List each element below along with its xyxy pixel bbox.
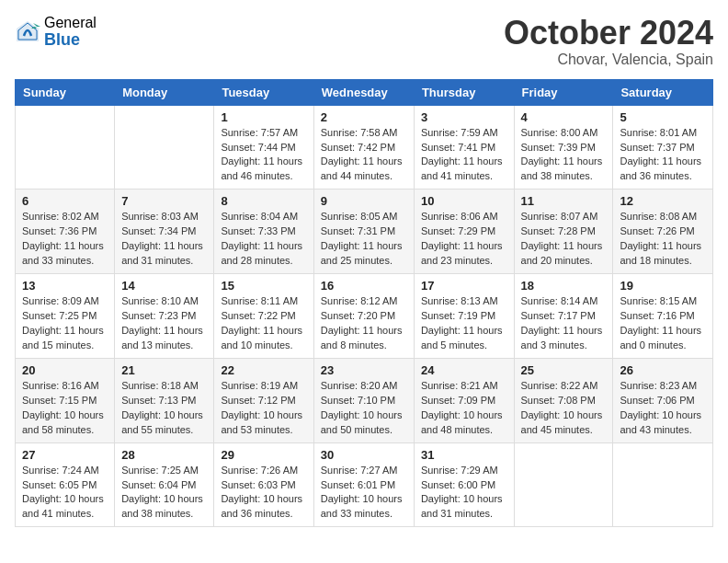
table-row: 28Sunrise: 7:25 AMSunset: 6:04 PMDayligh…	[115, 442, 214, 527]
table-row: 5Sunrise: 8:01 AMSunset: 7:37 PMDaylight…	[613, 105, 713, 190]
logo-blue: Blue	[44, 31, 97, 50]
table-row: 30Sunrise: 7:27 AMSunset: 6:01 PMDayligh…	[313, 442, 414, 527]
day-info: Sunrise: 7:24 AMSunset: 6:05 PMDaylight:…	[22, 464, 108, 523]
table-row: 29Sunrise: 7:26 AMSunset: 6:03 PMDayligh…	[214, 442, 313, 527]
calendar-week-row: 20Sunrise: 8:16 AMSunset: 7:15 PMDayligh…	[16, 358, 713, 442]
day-number: 29	[221, 448, 306, 462]
day-number: 16	[321, 279, 407, 293]
table-row: 17Sunrise: 8:13 AMSunset: 7:19 PMDayligh…	[414, 274, 514, 359]
table-row: 9Sunrise: 8:05 AMSunset: 7:31 PMDaylight…	[313, 190, 414, 274]
table-row	[115, 105, 214, 190]
table-row: 18Sunrise: 8:14 AMSunset: 7:17 PMDayligh…	[514, 274, 613, 359]
day-info: Sunrise: 8:21 AMSunset: 7:09 PMDaylight:…	[421, 379, 507, 438]
day-info: Sunrise: 8:15 AMSunset: 7:16 PMDaylight:…	[620, 294, 706, 353]
table-row: 13Sunrise: 8:09 AMSunset: 7:25 PMDayligh…	[16, 274, 115, 359]
table-row: 8Sunrise: 8:04 AMSunset: 7:33 PMDaylight…	[214, 190, 313, 274]
day-info: Sunrise: 8:12 AMSunset: 7:20 PMDaylight:…	[321, 294, 407, 353]
table-row: 14Sunrise: 8:10 AMSunset: 7:23 PMDayligh…	[115, 274, 214, 359]
table-row: 24Sunrise: 8:21 AMSunset: 7:09 PMDayligh…	[414, 358, 514, 442]
table-row: 26Sunrise: 8:23 AMSunset: 7:06 PMDayligh…	[613, 358, 713, 442]
table-row: 12Sunrise: 8:08 AMSunset: 7:26 PMDayligh…	[613, 190, 713, 274]
day-info: Sunrise: 8:08 AMSunset: 7:26 PMDaylight:…	[620, 210, 706, 269]
day-number: 10	[421, 194, 507, 208]
day-info: Sunrise: 8:22 AMSunset: 7:08 PMDaylight:…	[521, 379, 607, 438]
calendar-week-row: 13Sunrise: 8:09 AMSunset: 7:25 PMDayligh…	[16, 274, 713, 359]
table-row: 11Sunrise: 8:07 AMSunset: 7:28 PMDayligh…	[514, 190, 613, 274]
col-monday: Monday	[115, 79, 214, 105]
day-number: 11	[521, 194, 607, 208]
day-number: 14	[121, 279, 207, 293]
day-number: 4	[521, 110, 607, 124]
table-row: 4Sunrise: 8:00 AMSunset: 7:39 PMDaylight…	[514, 105, 613, 190]
day-info: Sunrise: 7:27 AMSunset: 6:01 PMDaylight:…	[321, 464, 407, 523]
table-row: 6Sunrise: 8:02 AMSunset: 7:36 PMDaylight…	[16, 190, 115, 274]
col-thursday: Thursday	[414, 79, 514, 105]
day-number: 13	[22, 279, 108, 293]
table-row: 15Sunrise: 8:11 AMSunset: 7:22 PMDayligh…	[214, 274, 313, 359]
table-row	[613, 442, 713, 527]
day-info: Sunrise: 8:00 AMSunset: 7:39 PMDaylight:…	[521, 126, 607, 185]
col-saturday: Saturday	[613, 79, 713, 105]
day-number: 2	[321, 110, 407, 124]
day-number: 6	[22, 194, 108, 208]
logo: GeneralBlue	[15, 15, 97, 49]
day-info: Sunrise: 8:18 AMSunset: 7:13 PMDaylight:…	[121, 379, 207, 438]
day-info: Sunrise: 7:59 AMSunset: 7:41 PMDaylight:…	[421, 126, 507, 185]
day-info: Sunrise: 7:57 AMSunset: 7:44 PMDaylight:…	[221, 126, 306, 185]
table-row: 10Sunrise: 8:06 AMSunset: 7:29 PMDayligh…	[414, 190, 514, 274]
col-tuesday: Tuesday	[214, 79, 313, 105]
day-number: 8	[221, 194, 306, 208]
table-row: 7Sunrise: 8:03 AMSunset: 7:34 PMDaylight…	[115, 190, 214, 274]
day-number: 1	[221, 110, 306, 124]
calendar-week-row: 1Sunrise: 7:57 AMSunset: 7:44 PMDaylight…	[16, 105, 713, 190]
day-number: 31	[421, 448, 507, 462]
day-info: Sunrise: 8:16 AMSunset: 7:15 PMDaylight:…	[22, 379, 108, 438]
month-title: October 2024	[504, 15, 713, 52]
day-number: 21	[121, 363, 207, 377]
table-row: 23Sunrise: 8:20 AMSunset: 7:10 PMDayligh…	[313, 358, 414, 442]
table-row: 22Sunrise: 8:19 AMSunset: 7:12 PMDayligh…	[214, 358, 313, 442]
day-info: Sunrise: 8:06 AMSunset: 7:29 PMDaylight:…	[421, 210, 507, 269]
table-row: 19Sunrise: 8:15 AMSunset: 7:16 PMDayligh…	[613, 274, 713, 359]
table-row: 27Sunrise: 7:24 AMSunset: 6:05 PMDayligh…	[16, 442, 115, 527]
day-info: Sunrise: 8:20 AMSunset: 7:10 PMDaylight:…	[321, 379, 407, 438]
title-block: October 2024 Chovar, Valencia, Spain	[504, 15, 713, 68]
table-row	[514, 442, 613, 527]
table-row: 1Sunrise: 7:57 AMSunset: 7:44 PMDaylight…	[214, 105, 313, 190]
day-info: Sunrise: 8:23 AMSunset: 7:06 PMDaylight:…	[620, 379, 706, 438]
day-number: 12	[620, 194, 706, 208]
calendar-week-row: 6Sunrise: 8:02 AMSunset: 7:36 PMDaylight…	[16, 190, 713, 274]
day-number: 17	[421, 279, 507, 293]
day-info: Sunrise: 8:10 AMSunset: 7:23 PMDaylight:…	[121, 294, 207, 353]
day-number: 27	[22, 448, 108, 462]
calendar-table: Sunday Monday Tuesday Wednesday Thursday…	[15, 79, 713, 528]
day-number: 30	[321, 448, 407, 462]
day-number: 7	[121, 194, 207, 208]
day-number: 5	[620, 110, 706, 124]
calendar-week-row: 27Sunrise: 7:24 AMSunset: 6:05 PMDayligh…	[16, 442, 713, 527]
day-info: Sunrise: 8:05 AMSunset: 7:31 PMDaylight:…	[321, 210, 407, 269]
day-number: 9	[321, 194, 407, 208]
table-row: 2Sunrise: 7:58 AMSunset: 7:42 PMDaylight…	[313, 105, 414, 190]
day-info: Sunrise: 8:09 AMSunset: 7:25 PMDaylight:…	[22, 294, 108, 353]
col-friday: Friday	[514, 79, 613, 105]
col-sunday: Sunday	[16, 79, 115, 105]
day-number: 3	[421, 110, 507, 124]
table-row: 3Sunrise: 7:59 AMSunset: 7:41 PMDaylight…	[414, 105, 514, 190]
col-wednesday: Wednesday	[313, 79, 414, 105]
day-info: Sunrise: 8:01 AMSunset: 7:37 PMDaylight:…	[620, 126, 706, 185]
day-info: Sunrise: 8:19 AMSunset: 7:12 PMDaylight:…	[221, 379, 306, 438]
day-number: 26	[620, 363, 706, 377]
day-number: 15	[221, 279, 306, 293]
day-info: Sunrise: 8:07 AMSunset: 7:28 PMDaylight:…	[521, 210, 607, 269]
day-number: 23	[321, 363, 407, 377]
logo-text: GeneralBlue	[44, 15, 97, 49]
day-info: Sunrise: 8:03 AMSunset: 7:34 PMDaylight:…	[121, 210, 207, 269]
day-info: Sunrise: 8:13 AMSunset: 7:19 PMDaylight:…	[421, 294, 507, 353]
day-number: 18	[521, 279, 607, 293]
page-header: GeneralBlue October 2024 Chovar, Valenci…	[15, 15, 713, 68]
location-title: Chovar, Valencia, Spain	[504, 52, 713, 68]
day-number: 20	[22, 363, 108, 377]
day-info: Sunrise: 8:14 AMSunset: 7:17 PMDaylight:…	[521, 294, 607, 353]
day-info: Sunrise: 7:26 AMSunset: 6:03 PMDaylight:…	[221, 464, 306, 523]
